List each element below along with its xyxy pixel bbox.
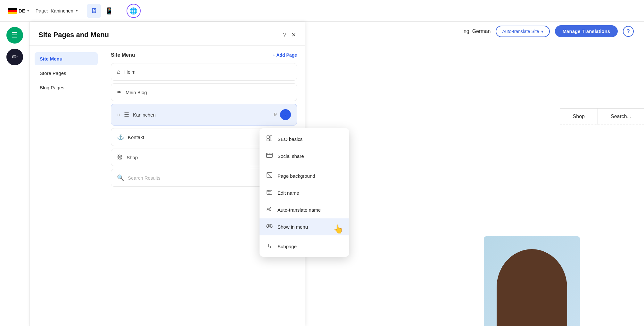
- social-share-label: Social share: [277, 153, 304, 159]
- sidebar-item-blog-pages[interactable]: Blog Pages: [35, 81, 98, 94]
- kaninchen-actions: 👁 ···: [272, 109, 291, 120]
- person-silhouette: [497, 249, 567, 326]
- desktop-button[interactable]: 🖥: [87, 4, 101, 18]
- modal-sidebar: Site Menu Store Pages Blog Pages: [29, 46, 103, 324]
- auto-translate-button[interactable]: Auto-translate Site ▾: [496, 26, 549, 37]
- device-switcher: 🖥 📱: [87, 4, 116, 18]
- modal-close-button[interactable]: ×: [292, 31, 296, 39]
- search-results-name: Search Results: [128, 175, 282, 181]
- pages-header: Site Menu + Add Page: [111, 52, 297, 58]
- svg-rect-1: [267, 139, 269, 141]
- kaninchen-eye-icon: 👁: [272, 112, 277, 118]
- drag-handle-icon: ⠿: [117, 112, 120, 117]
- heim-icon: ⌂: [117, 69, 120, 75]
- page-label: Page:: [36, 8, 48, 13]
- mein-blog-icon: ✒: [117, 89, 122, 96]
- modal-title: Site Pages and Menu: [38, 31, 109, 39]
- svg-point-5: [269, 153, 269, 154]
- lang-code: DE: [19, 8, 25, 13]
- seo-basics-label: SEO basics: [277, 136, 302, 142]
- nav-item-search: Search...: [598, 109, 644, 125]
- page-item-heim[interactable]: ⌂ Heim: [111, 63, 297, 81]
- page-item-kaninchen[interactable]: ⠿ ☰ Kaninchen 👁 ···: [111, 104, 297, 126]
- svg-rect-3: [267, 153, 272, 158]
- page-background-icon: [266, 172, 273, 180]
- translation-help-button[interactable]: ?: [623, 26, 634, 37]
- svg-text:A: A: [266, 207, 269, 211]
- add-page-button[interactable]: + Add Page: [273, 53, 297, 58]
- context-subpage[interactable]: ↳ Subpage: [260, 238, 349, 254]
- social-share-icon: [266, 152, 273, 160]
- context-divider-1: [260, 166, 349, 166]
- search-results-icon: 🔍: [117, 174, 124, 181]
- shop-icon: ⛓: [117, 154, 123, 161]
- page-name: Kaninchen: [51, 8, 73, 13]
- auto-translate-name-icon: A: [266, 206, 273, 214]
- modal-header-actions: ? ×: [283, 31, 296, 39]
- page-background-label: Page background: [277, 173, 315, 179]
- kaninchen-more-button[interactable]: ···: [280, 109, 291, 120]
- de-flag: [8, 8, 17, 14]
- edit-name-label: Edit name: [277, 190, 299, 196]
- icon-strip: ☰ ✏: [0, 22, 29, 326]
- editor-icon-button[interactable]: ✏: [6, 49, 23, 65]
- subpage-label: Subpage: [277, 244, 297, 249]
- auto-translate-label: Auto-translate Site: [502, 29, 539, 34]
- svg-point-12: [269, 226, 270, 227]
- kontakt-icon: ⚓: [117, 134, 124, 141]
- sidebar-item-store-pages[interactable]: Store Pages: [35, 67, 98, 80]
- show-in-menu-label: Show in menu: [277, 224, 308, 230]
- context-edit-name[interactable]: [T] Edit name: [260, 184, 349, 201]
- mobile-button[interactable]: 📱: [102, 4, 116, 18]
- modal-help-button[interactable]: ?: [283, 31, 286, 39]
- edit-name-icon: [T]: [266, 189, 273, 197]
- svg-text:[T]: [T]: [267, 190, 269, 192]
- heim-name: Heim: [124, 69, 291, 75]
- nav-item-shop: Shop: [560, 109, 598, 125]
- context-divider-2: [260, 237, 349, 237]
- translation-lang-label: ing: German: [462, 29, 491, 34]
- context-auto-translate-name[interactable]: A Auto-translate name: [260, 201, 349, 218]
- page-selector: Page: Kaninchen ▾: [36, 8, 78, 13]
- svg-rect-0: [267, 136, 269, 138]
- sidebar-item-site-menu[interactable]: Site Menu: [35, 52, 98, 65]
- context-social-share[interactable]: Social share: [260, 148, 349, 165]
- page-chevron-icon: ▾: [76, 9, 78, 13]
- topbar: DE ▾ Page: Kaninchen ▾ 🖥 📱 🌐: [0, 0, 644, 22]
- mein-blog-name: Mein Blog: [126, 90, 291, 95]
- modal-header: Site Pages and Menu ? ×: [29, 22, 305, 46]
- pages-icon-button[interactable]: ☰: [6, 27, 23, 44]
- svg-rect-2: [270, 136, 272, 141]
- pages-title: Site Menu: [111, 52, 135, 58]
- context-menu: SEO basics Social share Page background: [260, 128, 349, 257]
- seo-icon: [266, 135, 273, 143]
- language-selector[interactable]: DE ▾: [8, 8, 29, 14]
- context-seo-basics[interactable]: SEO basics: [260, 131, 349, 148]
- person-image: [484, 236, 580, 326]
- nav-items-row: Shop Search...: [560, 108, 644, 125]
- subpage-icon: ↳: [266, 243, 273, 250]
- auto-translate-name-label: Auto-translate name: [277, 207, 321, 213]
- kaninchen-name: Kaninchen: [133, 112, 268, 118]
- manage-translations-button[interactable]: Manage Translations: [555, 25, 618, 37]
- kaninchen-icon: ☰: [124, 111, 129, 118]
- lang-chevron-icon: ▾: [27, 9, 29, 13]
- context-page-background[interactable]: Page background: [260, 167, 349, 184]
- context-show-in-menu[interactable]: Show in menu: [260, 218, 349, 235]
- auto-translate-chevron-icon: ▾: [541, 29, 543, 34]
- globe-button[interactable]: 🌐: [127, 4, 141, 18]
- show-in-menu-icon: [266, 223, 273, 231]
- svg-point-4: [268, 153, 268, 154]
- page-item-mein-blog[interactable]: ✒ Mein Blog: [111, 83, 297, 101]
